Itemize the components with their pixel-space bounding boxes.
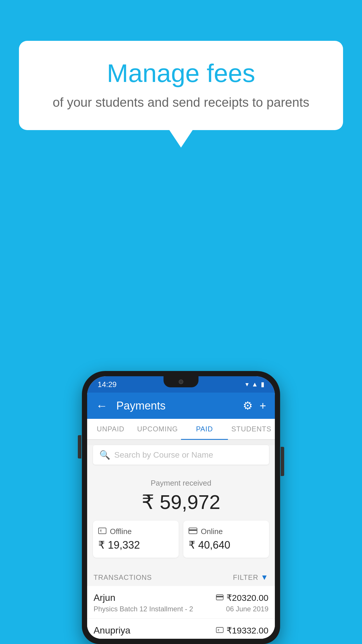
transactions-header: TRANSACTIONS FILTER ▼ — [87, 566, 275, 586]
camera-notch — [179, 379, 183, 384]
transaction-amount-wrap-2: ₹ ₹19332.00 — [216, 625, 268, 636]
app-bar-actions: ⚙ + — [243, 399, 266, 412]
tab-students[interactable]: STUDENTS — [228, 419, 275, 439]
tab-paid[interactable]: PAID — [181, 419, 228, 439]
online-payment-card: Online ₹ 40,640 — [183, 521, 269, 558]
transaction-row-partial[interactable]: Anupriya ₹ ₹19332.00 — [87, 619, 275, 639]
transaction-name-2: Anupriya — [94, 625, 130, 636]
transaction-amount: ₹20320.00 — [226, 593, 268, 603]
svg-text:₹: ₹ — [217, 629, 219, 632]
status-icons: ▾ ▲ ▮ — [245, 381, 264, 388]
tabs-bar: UNPAID UPCOMING PAID STUDENTS — [87, 419, 275, 440]
online-card-header: Online — [189, 527, 264, 536]
payment-cards: ₹ Offline ₹ 19,332 — [93, 521, 269, 558]
settings-icon[interactable]: ⚙ — [243, 399, 253, 412]
search-placeholder[interactable]: Search by Course or Name — [114, 450, 213, 460]
transaction-course: Physics Batch 12 Installment - 2 — [94, 605, 193, 613]
online-payment-icon — [189, 527, 197, 536]
tab-upcoming[interactable]: UPCOMING — [134, 419, 181, 439]
back-button[interactable]: ← — [96, 399, 108, 412]
signal-icon: ▲ — [252, 381, 258, 388]
svg-rect-3 — [189, 529, 197, 531]
offline-payment-card: ₹ Offline ₹ 19,332 — [93, 521, 179, 558]
offline-payment-icon: ₹ — [98, 527, 106, 536]
search-icon: 🔍 — [99, 450, 110, 460]
app-bar-title: Payments — [116, 400, 237, 412]
speech-bubble-title: Manage fees — [42, 58, 320, 88]
phone-screen: 14:29 ▾ ▲ ▮ ← Payments ⚙ + UNPAID — [87, 376, 275, 639]
transaction-name: Arjun — [94, 592, 115, 603]
transaction-row-top: Arjun ₹20320.00 — [94, 592, 268, 603]
transaction-row[interactable]: Arjun ₹20320.00 Physics — [87, 586, 275, 619]
transaction-row-bottom: Physics Batch 12 Installment - 2 06 June… — [94, 605, 268, 613]
filter-icon: ▼ — [261, 573, 268, 582]
speech-bubble-subtitle: of your students and send receipts to pa… — [42, 95, 320, 110]
payment-summary: Payment received ₹ 59,972 ₹ — [87, 470, 275, 564]
payment-received-label: Payment received — [93, 479, 269, 488]
add-icon[interactable]: + — [260, 400, 266, 412]
notch — [164, 376, 198, 387]
app-bar: ← Payments ⚙ + — [87, 393, 275, 419]
svg-rect-5 — [216, 596, 223, 597]
wifi-icon: ▾ — [245, 381, 249, 388]
transactions-label: TRANSACTIONS — [94, 573, 152, 582]
transaction-date: 06 June 2019 — [226, 605, 268, 613]
online-amount: ₹ 40,640 — [189, 539, 264, 551]
offline-card-header: ₹ Offline — [98, 527, 173, 536]
speech-bubble-container: Manage fees of your students and send re… — [19, 41, 343, 148]
transaction-amount-wrap: ₹20320.00 — [216, 593, 268, 603]
svg-text:₹: ₹ — [100, 529, 102, 533]
phone-wrapper: 14:29 ▾ ▲ ▮ ← Payments ⚙ + UNPAID — [82, 371, 280, 644]
filter-label: FILTER — [233, 573, 258, 582]
transaction-row-partial-top: Anupriya ₹ ₹19332.00 — [94, 625, 268, 636]
status-bar: 14:29 ▾ ▲ ▮ — [87, 376, 275, 393]
search-bar[interactable]: 🔍 Search by Course or Name — [93, 445, 269, 465]
phone-outer: 14:29 ▾ ▲ ▮ ← Payments ⚙ + UNPAID — [82, 371, 280, 644]
content-area: 🔍 Search by Course or Name Payment recei… — [87, 445, 275, 639]
offline-amount: ₹ 19,332 — [98, 539, 173, 551]
speech-bubble-tail — [169, 130, 193, 148]
transaction-amount-2: ₹19332.00 — [226, 625, 268, 636]
online-type-label: Online — [201, 527, 223, 536]
offline-type-label: Offline — [110, 527, 132, 536]
status-time: 14:29 — [98, 380, 117, 389]
transaction-offline-icon: ₹ — [216, 626, 224, 635]
tab-unpaid[interactable]: UNPAID — [87, 419, 134, 439]
speech-bubble: Manage fees of your students and send re… — [19, 41, 343, 130]
transaction-online-icon — [216, 594, 224, 602]
filter-button[interactable]: FILTER ▼ — [233, 573, 268, 582]
payment-total-amount: ₹ 59,972 — [93, 491, 269, 514]
battery-icon: ▮ — [261, 381, 264, 388]
